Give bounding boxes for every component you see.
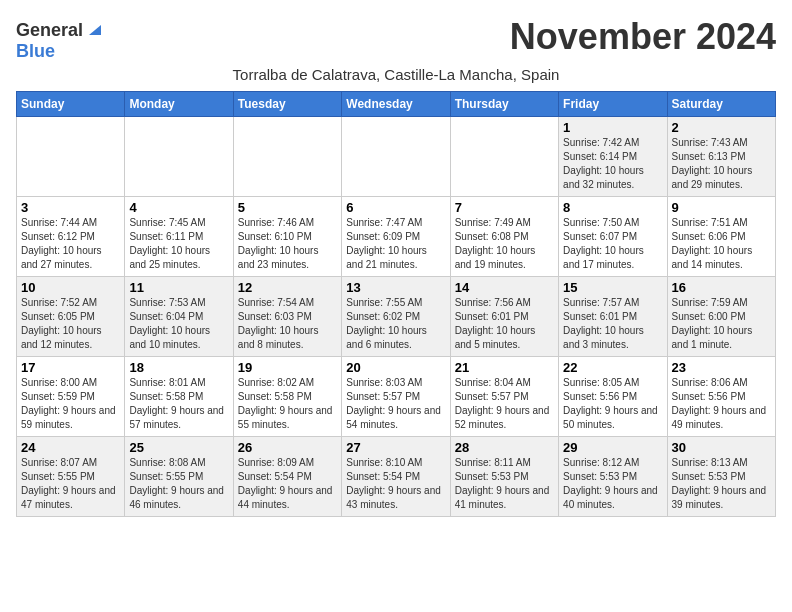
day-number: 22 — [563, 360, 662, 375]
day-info: Sunrise: 7:56 AM Sunset: 6:01 PM Dayligh… — [455, 296, 554, 352]
calendar-cell: 5Sunrise: 7:46 AM Sunset: 6:10 PM Daylig… — [233, 197, 341, 277]
day-info: Sunrise: 7:52 AM Sunset: 6:05 PM Dayligh… — [21, 296, 120, 352]
dow-header-thursday: Thursday — [450, 92, 558, 117]
day-number: 23 — [672, 360, 771, 375]
day-number: 12 — [238, 280, 337, 295]
day-number: 17 — [21, 360, 120, 375]
day-info: Sunrise: 8:13 AM Sunset: 5:53 PM Dayligh… — [672, 456, 771, 512]
day-info: Sunrise: 8:02 AM Sunset: 5:58 PM Dayligh… — [238, 376, 337, 432]
day-info: Sunrise: 8:11 AM Sunset: 5:53 PM Dayligh… — [455, 456, 554, 512]
calendar-cell: 26Sunrise: 8:09 AM Sunset: 5:54 PM Dayli… — [233, 437, 341, 517]
page-header: General Blue November 2024 — [16, 16, 776, 62]
calendar-week-2: 3Sunrise: 7:44 AM Sunset: 6:12 PM Daylig… — [17, 197, 776, 277]
day-info: Sunrise: 7:50 AM Sunset: 6:07 PM Dayligh… — [563, 216, 662, 272]
day-info: Sunrise: 7:53 AM Sunset: 6:04 PM Dayligh… — [129, 296, 228, 352]
calendar-cell — [17, 117, 125, 197]
day-info: Sunrise: 7:57 AM Sunset: 6:01 PM Dayligh… — [563, 296, 662, 352]
day-number: 9 — [672, 200, 771, 215]
calendar-cell: 9Sunrise: 7:51 AM Sunset: 6:06 PM Daylig… — [667, 197, 775, 277]
calendar-cell: 6Sunrise: 7:47 AM Sunset: 6:09 PM Daylig… — [342, 197, 450, 277]
calendar-cell: 27Sunrise: 8:10 AM Sunset: 5:54 PM Dayli… — [342, 437, 450, 517]
day-number: 16 — [672, 280, 771, 295]
calendar-cell: 12Sunrise: 7:54 AM Sunset: 6:03 PM Dayli… — [233, 277, 341, 357]
dow-header-friday: Friday — [559, 92, 667, 117]
calendar-cell — [125, 117, 233, 197]
dow-header-saturday: Saturday — [667, 92, 775, 117]
day-number: 21 — [455, 360, 554, 375]
calendar-cell — [233, 117, 341, 197]
day-number: 7 — [455, 200, 554, 215]
calendar-table: SundayMondayTuesdayWednesdayThursdayFrid… — [16, 91, 776, 517]
day-number: 11 — [129, 280, 228, 295]
day-number: 15 — [563, 280, 662, 295]
day-info: Sunrise: 8:08 AM Sunset: 5:55 PM Dayligh… — [129, 456, 228, 512]
day-info: Sunrise: 7:46 AM Sunset: 6:10 PM Dayligh… — [238, 216, 337, 272]
logo-triangle-icon — [85, 21, 101, 37]
calendar-cell: 19Sunrise: 8:02 AM Sunset: 5:58 PM Dayli… — [233, 357, 341, 437]
day-number: 18 — [129, 360, 228, 375]
calendar-cell: 18Sunrise: 8:01 AM Sunset: 5:58 PM Dayli… — [125, 357, 233, 437]
day-number: 8 — [563, 200, 662, 215]
day-info: Sunrise: 8:12 AM Sunset: 5:53 PM Dayligh… — [563, 456, 662, 512]
day-number: 30 — [672, 440, 771, 455]
day-info: Sunrise: 7:45 AM Sunset: 6:11 PM Dayligh… — [129, 216, 228, 272]
calendar-cell: 3Sunrise: 7:44 AM Sunset: 6:12 PM Daylig… — [17, 197, 125, 277]
calendar-cell: 8Sunrise: 7:50 AM Sunset: 6:07 PM Daylig… — [559, 197, 667, 277]
day-number: 20 — [346, 360, 445, 375]
day-number: 14 — [455, 280, 554, 295]
calendar-cell: 21Sunrise: 8:04 AM Sunset: 5:57 PM Dayli… — [450, 357, 558, 437]
day-info: Sunrise: 7:51 AM Sunset: 6:06 PM Dayligh… — [672, 216, 771, 272]
day-info: Sunrise: 7:42 AM Sunset: 6:14 PM Dayligh… — [563, 136, 662, 192]
day-number: 26 — [238, 440, 337, 455]
calendar-cell: 16Sunrise: 7:59 AM Sunset: 6:00 PM Dayli… — [667, 277, 775, 357]
day-number: 28 — [455, 440, 554, 455]
day-info: Sunrise: 8:00 AM Sunset: 5:59 PM Dayligh… — [21, 376, 120, 432]
day-info: Sunrise: 8:07 AM Sunset: 5:55 PM Dayligh… — [21, 456, 120, 512]
calendar-cell: 29Sunrise: 8:12 AM Sunset: 5:53 PM Dayli… — [559, 437, 667, 517]
logo-general-text: General — [16, 20, 83, 41]
subtitle: Torralba de Calatrava, Castille-La Manch… — [16, 66, 776, 83]
day-info: Sunrise: 8:09 AM Sunset: 5:54 PM Dayligh… — [238, 456, 337, 512]
day-info: Sunrise: 8:06 AM Sunset: 5:56 PM Dayligh… — [672, 376, 771, 432]
calendar-week-1: 1Sunrise: 7:42 AM Sunset: 6:14 PM Daylig… — [17, 117, 776, 197]
calendar-cell — [450, 117, 558, 197]
day-number: 27 — [346, 440, 445, 455]
svg-marker-0 — [89, 25, 101, 35]
calendar-cell: 20Sunrise: 8:03 AM Sunset: 5:57 PM Dayli… — [342, 357, 450, 437]
calendar-cell: 14Sunrise: 7:56 AM Sunset: 6:01 PM Dayli… — [450, 277, 558, 357]
calendar-cell: 10Sunrise: 7:52 AM Sunset: 6:05 PM Dayli… — [17, 277, 125, 357]
calendar-cell: 4Sunrise: 7:45 AM Sunset: 6:11 PM Daylig… — [125, 197, 233, 277]
logo: General Blue — [16, 20, 101, 62]
day-number: 29 — [563, 440, 662, 455]
day-info: Sunrise: 7:43 AM Sunset: 6:13 PM Dayligh… — [672, 136, 771, 192]
day-number: 10 — [21, 280, 120, 295]
day-info: Sunrise: 8:10 AM Sunset: 5:54 PM Dayligh… — [346, 456, 445, 512]
calendar-cell — [342, 117, 450, 197]
day-info: Sunrise: 8:01 AM Sunset: 5:58 PM Dayligh… — [129, 376, 228, 432]
day-info: Sunrise: 7:54 AM Sunset: 6:03 PM Dayligh… — [238, 296, 337, 352]
calendar-cell: 11Sunrise: 7:53 AM Sunset: 6:04 PM Dayli… — [125, 277, 233, 357]
dow-header-sunday: Sunday — [17, 92, 125, 117]
dow-header-tuesday: Tuesday — [233, 92, 341, 117]
day-number: 6 — [346, 200, 445, 215]
month-title: November 2024 — [510, 16, 776, 58]
calendar-cell: 7Sunrise: 7:49 AM Sunset: 6:08 PM Daylig… — [450, 197, 558, 277]
day-number: 5 — [238, 200, 337, 215]
day-info: Sunrise: 8:04 AM Sunset: 5:57 PM Dayligh… — [455, 376, 554, 432]
dow-header-wednesday: Wednesday — [342, 92, 450, 117]
day-number: 1 — [563, 120, 662, 135]
day-number: 3 — [21, 200, 120, 215]
calendar-week-5: 24Sunrise: 8:07 AM Sunset: 5:55 PM Dayli… — [17, 437, 776, 517]
day-info: Sunrise: 8:03 AM Sunset: 5:57 PM Dayligh… — [346, 376, 445, 432]
dow-header-monday: Monday — [125, 92, 233, 117]
calendar-cell: 28Sunrise: 8:11 AM Sunset: 5:53 PM Dayli… — [450, 437, 558, 517]
day-info: Sunrise: 7:49 AM Sunset: 6:08 PM Dayligh… — [455, 216, 554, 272]
calendar-week-3: 10Sunrise: 7:52 AM Sunset: 6:05 PM Dayli… — [17, 277, 776, 357]
day-info: Sunrise: 8:05 AM Sunset: 5:56 PM Dayligh… — [563, 376, 662, 432]
day-number: 25 — [129, 440, 228, 455]
day-number: 19 — [238, 360, 337, 375]
days-of-week-row: SundayMondayTuesdayWednesdayThursdayFrid… — [17, 92, 776, 117]
calendar-cell: 25Sunrise: 8:08 AM Sunset: 5:55 PM Dayli… — [125, 437, 233, 517]
calendar-cell: 23Sunrise: 8:06 AM Sunset: 5:56 PM Dayli… — [667, 357, 775, 437]
calendar-cell: 1Sunrise: 7:42 AM Sunset: 6:14 PM Daylig… — [559, 117, 667, 197]
